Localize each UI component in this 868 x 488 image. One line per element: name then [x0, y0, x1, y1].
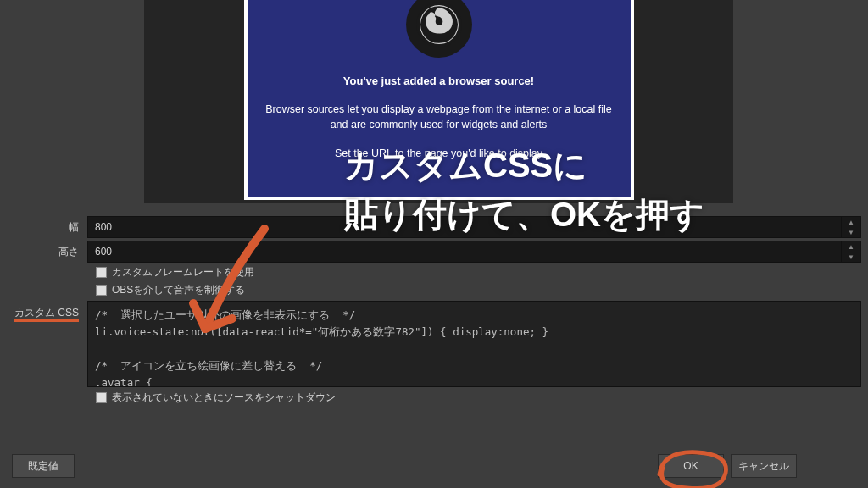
obs-logo-icon [406, 0, 472, 58]
checkbox-icon[interactable] [96, 267, 107, 278]
shutdown-label: 表示されていないときにソースをシャットダウン [112, 391, 336, 405]
ok-button[interactable]: OK [658, 454, 724, 478]
chevron-up-icon[interactable]: ▲ [842, 217, 860, 227]
chevron-up-icon[interactable]: ▲ [842, 241, 860, 252]
width-stepper[interactable]: ▲ ▼ [841, 216, 861, 238]
custom-css-label: カスタム CSS [7, 301, 87, 320]
browser-source-default-preview: You've just added a browser source! Brow… [244, 0, 634, 200]
cancel-button[interactable]: キャンセル [731, 454, 797, 478]
checkbox-icon[interactable] [96, 392, 107, 403]
shutdown-checkbox-row[interactable]: 表示されていないときにソースをシャットダウン [96, 391, 861, 405]
custom-fps-label: カスタムフレームレートを使用 [112, 265, 254, 280]
chevron-down-icon[interactable]: ▼ [842, 252, 860, 262]
preview-heading: You've just added a browser source! [264, 75, 614, 87]
obs-audio-checkbox-row[interactable]: OBSを介して音声を制御する [96, 283, 861, 297]
height-stepper[interactable]: ▲ ▼ [841, 241, 861, 263]
custom-fps-checkbox-row[interactable]: カスタムフレームレートを使用 [96, 265, 861, 280]
source-preview-pane: You've just added a browser source! Brow… [144, 0, 733, 203]
preview-instruction: Set the URL to the page you'd like to di… [264, 147, 614, 159]
custom-css-textarea[interactable]: /* 選択したユーザ以外の画像を非表示にする */ li.voice-state… [87, 301, 861, 387]
width-label: 幅 [7, 220, 87, 235]
defaults-button[interactable]: 既定値 [12, 454, 75, 478]
properties-form: 幅 ▲ ▼ 高さ ▲ ▼ カスタムフレームレートを使用 OBSを介して音声を制御… [0, 216, 868, 408]
checkbox-icon[interactable] [96, 285, 107, 296]
dialog-footer: 既定値 OK キャンセル [0, 447, 868, 481]
preview-description: Browser sources let you display a webpag… [264, 103, 614, 132]
chevron-down-icon[interactable]: ▼ [842, 227, 860, 237]
height-label: 高さ [7, 245, 87, 259]
obs-audio-label: OBSを介して音声を制御する [112, 283, 245, 297]
height-input[interactable] [87, 241, 842, 263]
width-input[interactable] [87, 216, 842, 238]
